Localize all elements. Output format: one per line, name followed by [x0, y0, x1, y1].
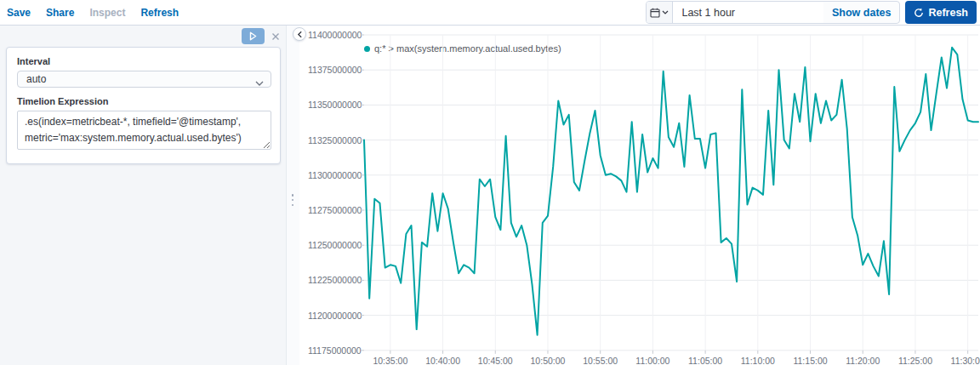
x-axis-tick-label: 10:50:00 [521, 356, 574, 365]
expression-label: Timelion Expression [17, 96, 270, 106]
apply-expression-button[interactable] [242, 28, 265, 44]
panel-resizer[interactable] [287, 26, 299, 365]
x-axis-tick-label: 10:45:00 [469, 356, 521, 365]
main-area: Interval auto Timelion Expression .es(in… [0, 26, 980, 365]
close-panel-button[interactable] [271, 32, 280, 41]
x-axis-tick-label: 10:35:00 [364, 356, 417, 365]
top-toolbar: Save Share Inspect Refresh Last 1 hour S… [0, 0, 980, 26]
x-axis-tick-label: 11:00:00 [626, 356, 679, 365]
vertical-dots-icon [291, 194, 294, 206]
save-button[interactable]: Save [7, 7, 31, 19]
x-axis-tick-label: 10:55:00 [574, 356, 627, 365]
x-icon [271, 32, 280, 41]
inspect-button[interactable]: Inspect [89, 7, 125, 19]
show-dates-button[interactable]: Show dates [823, 2, 899, 23]
quick-select-button[interactable] [647, 2, 673, 23]
timelion-editor-panel: Interval auto Timelion Expression .es(in… [0, 26, 287, 365]
x-axis-tick-label: 11:05:00 [679, 356, 732, 365]
interval-label: Interval [17, 56, 270, 66]
timelion-expression-input[interactable]: .es(index=metricbeat-*, timefield='@time… [17, 111, 271, 150]
refresh-icon [914, 8, 924, 18]
refresh-query-button[interactable]: Refresh [905, 1, 977, 24]
collapse-panel-button[interactable] [293, 27, 306, 41]
chevron-left-icon [297, 31, 303, 38]
x-axis-tick-label: 10:40:00 [417, 356, 470, 365]
x-axis-tick-label: 11:10:00 [732, 356, 784, 365]
x-axis-tick-label: 11:30:00 [942, 356, 980, 365]
time-picker: Last 1 hour Show dates Refresh [646, 1, 977, 24]
timelion-chart-pane: q:* > max(system.memory.actual.used.byte… [299, 26, 980, 365]
app-nav-links: Save Share Inspect Refresh [7, 0, 179, 26]
timelion-chart-plot[interactable] [299, 26, 980, 365]
refresh-button-label: Refresh [928, 7, 968, 19]
chevron-down-icon [255, 77, 264, 88]
editor-actions [242, 28, 280, 44]
share-button[interactable]: Share [46, 7, 74, 19]
interval-selected-value: auto [26, 73, 46, 85]
calendar-icon [650, 8, 660, 18]
date-picker-group: Last 1 hour Show dates [646, 1, 900, 24]
x-axis-tick-label: 11:15:00 [784, 356, 837, 365]
x-axis-tick-label: 11:25:00 [889, 356, 942, 365]
x-axis-tick-label: 11:20:00 [836, 356, 889, 365]
interval-select[interactable]: auto [17, 71, 271, 88]
refresh-link-button[interactable]: Refresh [140, 7, 179, 19]
play-icon [249, 31, 257, 41]
editor-card: Interval auto Timelion Expression .es(in… [6, 47, 281, 164]
time-range-value[interactable]: Last 1 hour [673, 2, 823, 23]
chevron-down-icon [662, 10, 669, 14]
